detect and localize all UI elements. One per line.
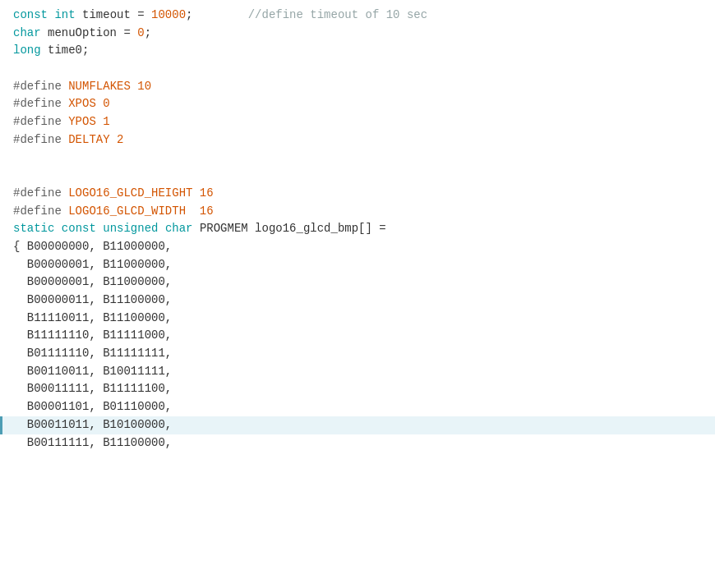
code-segment: B00000001, B11000000, [13,273,172,292]
code-line-11: #define LOGO16_GLCD_HEIGHT 16 [0,185,715,203]
code-segment: const [13,7,48,25]
code-segment: B00111111, B11100000, [13,434,172,452]
code-segment: B01111110, B11111111, [13,345,172,363]
code-line-8: #define DELTAY 2 [0,131,715,149]
code-segment: LOGO16_GLCD_HEIGHT [68,185,192,203]
code-segment: menuOption = [41,25,138,43]
code-line-6: #define XPOS 0 [0,95,715,113]
code-line-7: #define YPOS 1 [0,113,715,131]
code-segment [192,185,199,203]
code-segment: B11111110, B11111000, [13,327,172,345]
code-segment: YPOS [68,113,96,131]
code-segment: unsigned [103,220,158,238]
code-segment: 16 [200,185,214,203]
code-segment: B00001101, B01110000, [13,398,172,416]
code-line-16: B00000001, B11000000, [0,273,715,292]
code-segment: #define [13,131,62,149]
code-line-1: const int timeout = 10000; //define time… [0,7,715,25]
code-line-15: B00000001, B11000000, [0,256,715,274]
code-segment [131,78,137,96]
code-line-25: B00111111, B11100000, [0,434,715,452]
code-segment: PROGMEM logo16_glcd_bmp[] = [192,220,385,238]
code-segment [110,131,117,149]
code-segment: NUMFLAKES [68,78,131,96]
code-segment: 2 [117,131,123,149]
code-segment: #define [13,185,62,203]
code-segment: B00011111, B11111100, [13,380,172,398]
code-segment: #define [13,113,62,131]
code-segment: //define timeout of 10 sec [192,7,427,25]
code-segment [186,203,200,221]
code-segment: B11110011, B11100000, [13,310,172,328]
code-line-10 [0,167,715,185]
code-segment: B00000011, B11100000, [13,292,172,310]
code-segment: DELTAY [68,131,109,149]
code-line-23: B00001101, B01110000, [0,398,715,416]
code-segment [54,220,61,238]
code-editor: const int timeout = 10000; //define time… [0,0,715,458]
code-segment [62,95,68,113]
code-segment [96,220,103,238]
code-line-21: B00110011, B10011111, [0,363,715,381]
code-segment: B00011011, B10100000, [13,416,172,434]
code-segment [96,95,103,113]
code-segment: int [54,7,75,25]
code-line-20: B01111110, B11111111, [0,345,715,363]
code-line-5: #define NUMFLAKES 10 [0,78,715,96]
code-segment: static [13,220,54,238]
code-segment: #define [13,203,62,221]
code-segment: #define [13,78,62,96]
code-line-3: long time0; [0,42,715,60]
code-line-19: B11111110, B11111000, [0,327,715,345]
code-segment [62,113,68,131]
code-segment: 0 [137,25,144,43]
code-segment [62,78,68,96]
code-segment [62,203,68,221]
code-line-9 [0,149,715,168]
code-segment: long [13,42,41,60]
code-line-4 [0,60,715,78]
code-segment: 10000 [151,7,186,25]
code-segment: XPOS [68,95,96,113]
code-segment: timeout = [76,7,151,25]
code-segment: 1 [103,113,109,131]
code-segment: ; [145,25,151,43]
code-segment: char [165,220,193,238]
code-segment: 0 [103,95,109,113]
code-line-14: { B00000000, B11000000, [0,238,715,256]
code-segment [96,113,103,131]
code-segment: B00000001, B11000000, [13,256,172,274]
code-segment: time0; [41,42,90,60]
code-segment: 16 [200,203,214,221]
code-line-18: B11110011, B11100000, [0,310,715,328]
code-line-2: char menuOption = 0; [0,25,715,43]
code-line-12: #define LOGO16_GLCD_WIDTH 16 [0,203,715,221]
code-segment: const [62,220,96,238]
code-line-24: B00011011, B10100000, [0,416,715,434]
code-line-22: B00011111, B11111100, [0,380,715,398]
code-segment: B00110011, B10011111, [13,363,172,381]
code-segment [62,131,68,149]
code-segment: 10 [137,78,151,96]
code-segment [48,7,54,25]
code-segment: #define [13,95,62,113]
code-segment: LOGO16_GLCD_WIDTH [68,203,186,221]
code-segment: char [13,25,41,43]
code-segment [62,185,68,203]
code-segment [158,220,164,238]
code-segment: { B00000000, B11000000, [13,238,172,256]
code-line-17: B00000011, B11100000, [0,292,715,310]
code-line-13: static const unsigned char PROGMEM logo1… [0,220,715,238]
code-segment: ; [186,7,192,25]
